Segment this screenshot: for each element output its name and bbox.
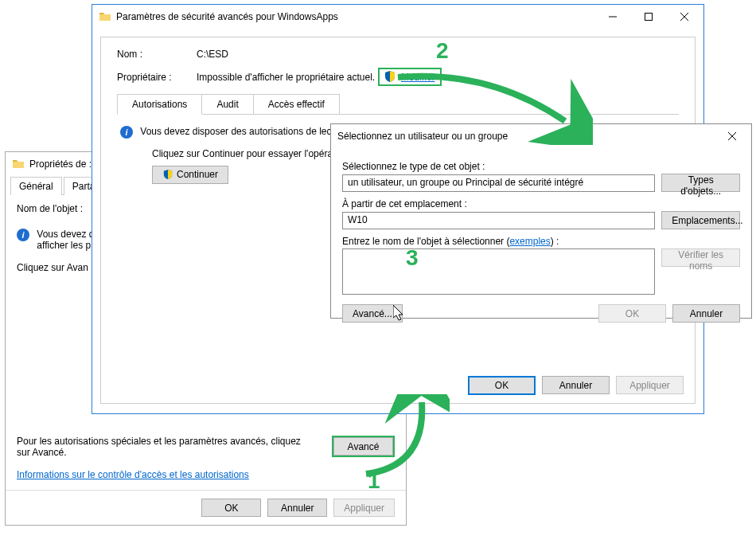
read-permission-message: Vous devez disposer des autorisations de… [140, 126, 356, 137]
object-name-label: Entrez le nom de l'objet à sélectionner … [342, 236, 740, 247]
titlebar: Sélectionnez un utilisateur ou un groupe [331, 124, 751, 148]
tab-effective-access[interactable]: Accès effectif [253, 94, 340, 115]
info-icon: i [120, 126, 133, 139]
object-name-input[interactable] [342, 248, 655, 295]
name-label: Nom : [117, 49, 197, 60]
shield-icon [162, 170, 173, 181]
ok-button[interactable]: OK [201, 499, 261, 517]
owner-value: Impossible d'afficher le propriétaire ac… [197, 72, 375, 83]
object-name-label: Nom de l'objet : [17, 203, 83, 214]
close-button[interactable] [714, 125, 750, 147]
cancel-button[interactable]: Annuler [672, 304, 740, 323]
object-type-label: Sélectionnez le type de cet objet : [342, 161, 740, 172]
advanced-button[interactable]: Avancé... [342, 304, 403, 323]
ok-button[interactable]: OK [468, 376, 536, 395]
name-value: C:\ESD [197, 49, 228, 60]
select-user-window: Sélectionnez un utilisateur ou un groupe… [330, 123, 752, 319]
folder-icon [99, 10, 111, 23]
tab-general[interactable]: Général [10, 177, 62, 195]
advanced-button[interactable]: Avancé [333, 437, 393, 456]
locations-button[interactable]: Emplacements... [661, 211, 740, 229]
examples-link[interactable]: exemples [509, 236, 550, 247]
apply-button: Appliquer [333, 499, 395, 517]
info-icon: i [17, 229, 29, 241]
location-label: À partir de cet emplacement : [342, 198, 740, 209]
window-title: Sélectionnez un utilisateur ou un groupe [337, 131, 714, 142]
folder-icon [12, 158, 25, 170]
object-types-button[interactable]: Types d'objets... [661, 174, 740, 192]
object-type-field: un utilisateur, un groupe ou Principal d… [342, 174, 655, 192]
special-permissions-text: Pour les autorisations spéciales et les … [17, 436, 316, 458]
change-owner-link[interactable]: Modifier [401, 72, 435, 83]
tab-permissions[interactable]: Autorisations [117, 94, 202, 115]
window-title: Paramètres de sécurité avancés pour Wind… [116, 11, 594, 22]
shield-icon [384, 71, 396, 82]
cancel-button[interactable]: Annuler [542, 376, 610, 394]
continue-button[interactable]: Continuer [152, 166, 228, 184]
svg-rect-1 [645, 14, 652, 21]
owner-label: Propriétaire : [117, 72, 197, 83]
check-names-button: Vérifier les noms [661, 248, 740, 267]
tab-audit[interactable]: Audit [201, 94, 253, 115]
minimize-button[interactable] [594, 6, 630, 28]
apply-button: Appliquer [616, 376, 684, 394]
tabstrip: Autorisations Audit Accès effectif [117, 94, 679, 115]
cancel-button[interactable]: Annuler [267, 499, 327, 517]
close-button[interactable] [666, 6, 702, 28]
maximize-button[interactable] [630, 6, 666, 28]
ok-button: OK [598, 304, 666, 323]
titlebar: Paramètres de sécurité avancés pour Wind… [92, 5, 703, 29]
location-field: W10 [342, 212, 655, 229]
access-control-info-link[interactable]: Informations sur le contrôle d'accès et … [17, 469, 249, 480]
